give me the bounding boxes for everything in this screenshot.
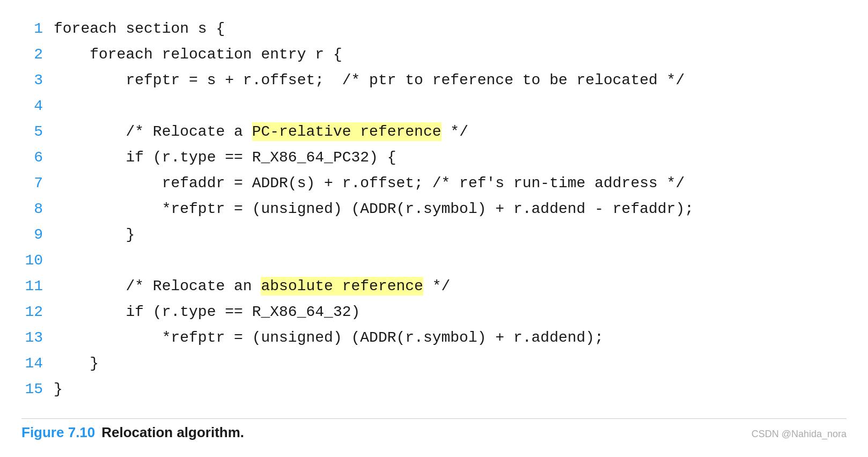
highlight-pc-relative: PC-relative reference	[252, 122, 442, 141]
code-line-7: 7 refaddr = ADDR(s) + r.offset; /* ref's…	[21, 171, 847, 196]
figure-label: Figure 7.10	[21, 424, 95, 441]
line-number: 15	[21, 377, 54, 402]
line-content: foreach section s {	[54, 16, 225, 42]
line-number: 5	[21, 119, 54, 145]
code-block: 1 foreach section s { 2 foreach relocati…	[21, 16, 847, 402]
line-number: 4	[21, 93, 54, 119]
line-content: *refptr = (unsigned) (ADDR(r.symbol) + r…	[54, 325, 604, 351]
code-line-15: 15 }	[21, 377, 847, 402]
line-number: 6	[21, 145, 54, 171]
code-line-13: 13 *refptr = (unsigned) (ADDR(r.symbol) …	[21, 325, 847, 351]
code-line-9: 9 }	[21, 222, 847, 248]
line-number: 12	[21, 299, 54, 325]
line-content: }	[54, 377, 63, 402]
highlight-absolute: absolute reference	[261, 277, 423, 296]
line-content: /* Relocate an absolute reference */	[54, 274, 450, 299]
figure-title: Relocation algorithm.	[101, 424, 244, 441]
line-number: 13	[21, 325, 54, 351]
line-number: 9	[21, 222, 54, 248]
figure-caption: Figure 7.10 Relocation algorithm. CSDN @…	[21, 418, 847, 441]
line-content: refaddr = ADDR(s) + r.offset; /* ref's r…	[54, 171, 685, 196]
code-line-14: 14 }	[21, 351, 847, 377]
line-content: /* Relocate a PC-relative reference */	[54, 119, 468, 145]
code-line-3: 3 refptr = s + r.offset; /* ptr to refer…	[21, 68, 847, 93]
line-number: 1	[21, 16, 54, 42]
code-line-2: 2 foreach relocation entry r {	[21, 42, 847, 68]
line-number: 8	[21, 196, 54, 222]
line-content: refptr = s + r.offset; /* ptr to referen…	[54, 68, 685, 93]
code-line-6: 6 if (r.type == R_X86_64_PC32) {	[21, 145, 847, 171]
line-content: if (r.type == R_X86_64_PC32) {	[54, 145, 396, 171]
code-line-8: 8 *refptr = (unsigned) (ADDR(r.symbol) +…	[21, 196, 847, 222]
line-number: 2	[21, 42, 54, 68]
watermark: CSDN @Nahida_nora	[752, 429, 847, 440]
line-content: *refptr = (unsigned) (ADDR(r.symbol) + r…	[54, 196, 694, 222]
code-line-5: 5 /* Relocate a PC-relative reference */	[21, 119, 847, 145]
code-line-12: 12 if (r.type == R_X86_64_32)	[21, 299, 847, 325]
line-number: 10	[21, 248, 54, 274]
code-line-11: 11 /* Relocate an absolute reference */	[21, 274, 847, 299]
code-line-1: 1 foreach section s {	[21, 16, 847, 42]
line-number: 11	[21, 274, 54, 299]
line-number: 7	[21, 171, 54, 196]
line-number: 14	[21, 351, 54, 377]
line-content: }	[54, 351, 99, 377]
figure-caption-left: Figure 7.10 Relocation algorithm.	[21, 424, 244, 441]
line-content: if (r.type == R_X86_64_32)	[54, 299, 360, 325]
code-line-10: 10	[21, 248, 847, 274]
line-number: 3	[21, 68, 54, 93]
line-content: }	[54, 222, 135, 248]
line-content: foreach relocation entry r {	[54, 42, 342, 68]
code-line-4: 4	[21, 93, 847, 119]
